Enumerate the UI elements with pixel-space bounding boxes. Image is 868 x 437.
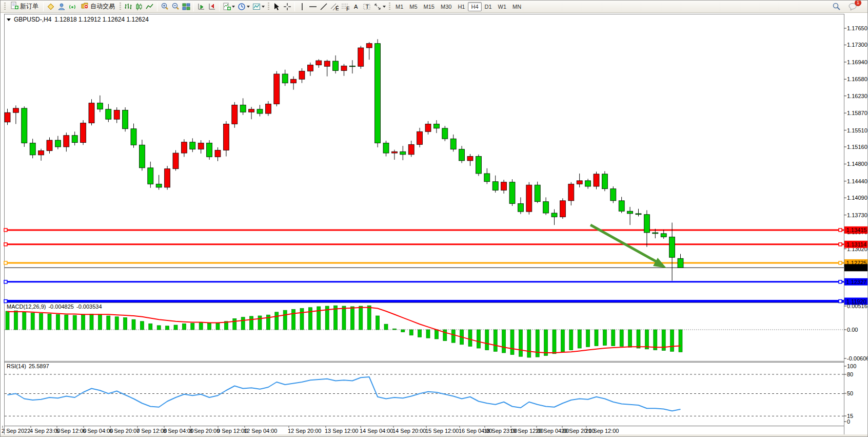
macd-histogram-bar <box>561 330 564 352</box>
hline-handle[interactable] <box>4 280 7 283</box>
macd-histogram-bar <box>569 330 573 350</box>
rsi-axis-label: 0 <box>847 419 850 425</box>
macd-signal-value: -0.003534 <box>76 303 102 310</box>
time-label: 7 Sep 12:00 <box>136 428 167 434</box>
macd-histogram-bar <box>149 324 152 330</box>
macd-histogram-bar <box>384 324 388 330</box>
candle-body <box>106 109 111 119</box>
macd-histogram-bar <box>6 311 9 330</box>
price-tick-label: 1.16580 <box>847 76 867 82</box>
macd-histogram-bar <box>124 318 127 330</box>
macd-histogram-bar <box>409 330 413 335</box>
macd-histogram-bar <box>107 316 110 330</box>
macd-histogram-bar <box>140 321 144 330</box>
macd-histogram-bar <box>670 330 674 351</box>
candle-body <box>55 140 61 147</box>
candle-body <box>492 182 498 191</box>
macd-histogram-bar <box>23 312 26 330</box>
macd-histogram-bar <box>292 309 295 330</box>
rsi-line <box>8 377 681 411</box>
candle-body <box>610 189 616 201</box>
candle-body <box>131 129 136 145</box>
candle-body <box>518 203 523 212</box>
macd-histogram-bar <box>250 316 253 330</box>
candle-body <box>358 48 364 66</box>
macd-histogram-bar <box>174 325 177 330</box>
time-label: 6 Sep 04:00 <box>83 428 113 434</box>
candle-body <box>619 201 624 211</box>
candle-body <box>81 123 86 143</box>
candle-body <box>433 124 439 128</box>
candle-body <box>198 143 204 149</box>
macd-histogram-bar <box>468 330 472 346</box>
candle-body <box>13 108 18 112</box>
candle-body <box>282 74 288 83</box>
macd-histogram-bar <box>477 330 480 348</box>
candle-body <box>249 109 254 112</box>
macd-histogram-bar <box>451 330 455 343</box>
hline-handle[interactable] <box>839 261 842 264</box>
candle-body <box>391 151 397 153</box>
candle-body <box>5 112 10 122</box>
price-tick-label: 1.14090 <box>847 195 867 201</box>
macd-histogram-bar <box>519 330 522 356</box>
time-label: 6 Sep 20:00 <box>109 428 140 434</box>
hline-handle[interactable] <box>4 243 7 246</box>
macd-histogram-bar <box>620 330 623 346</box>
price-tick-label: 1.14800 <box>847 161 867 167</box>
price-badge-label: 1.12327 <box>846 279 867 285</box>
candle-body <box>114 110 120 120</box>
hline-handle[interactable] <box>839 243 842 246</box>
candle-body <box>501 182 507 191</box>
macd-histogram-bar <box>73 315 76 330</box>
hline-handle[interactable] <box>839 280 842 283</box>
macd-histogram-bar <box>14 311 17 330</box>
candle-body <box>526 185 532 212</box>
hline-handle[interactable] <box>839 229 842 232</box>
chart-border <box>5 14 844 435</box>
macd-histogram-bar <box>392 329 396 330</box>
macd-histogram-bar <box>182 324 186 330</box>
status-strip <box>1 434 867 436</box>
candle-body <box>181 142 187 153</box>
candle-body <box>568 184 574 200</box>
candle-body <box>156 184 162 187</box>
candle-body <box>636 214 641 215</box>
macd-histogram-bar <box>645 330 648 349</box>
macd-histogram-bar <box>578 330 581 348</box>
price-tick-label: 1.15510 <box>847 127 867 134</box>
trading-terminal-window: 新订单 自动交易 E F A T <box>0 0 868 437</box>
chart-canvas[interactable]: 1.176501.173001.169401.165801.162301.158… <box>1 1 868 437</box>
macd-histogram-bar <box>359 306 363 330</box>
hline-handle[interactable] <box>839 300 842 303</box>
candle-body <box>408 144 414 154</box>
candle-body <box>316 61 322 65</box>
candle-body <box>425 124 431 131</box>
macd-histogram-bar <box>611 330 615 346</box>
candle-body <box>123 110 128 129</box>
macd-histogram-bar <box>342 306 346 330</box>
macd-histogram-bar <box>56 314 60 330</box>
macd-histogram-bar <box>367 306 371 330</box>
candle-body <box>64 136 69 147</box>
macd-histogram-bar <box>48 314 51 330</box>
candle-body <box>165 169 170 187</box>
price-badge-label: 1.13114 <box>846 241 866 248</box>
candle-body <box>459 149 465 161</box>
macd-histogram-bar <box>90 314 93 330</box>
candle-body <box>30 143 35 155</box>
hline-handle[interactable] <box>4 261 7 264</box>
candle-body <box>417 131 423 144</box>
macd-pane: 0.0051660.00-0.006064 <box>5 303 868 362</box>
candle-body <box>72 136 77 143</box>
hline-handle[interactable] <box>4 229 7 232</box>
hline-handle[interactable] <box>4 300 7 303</box>
candle-body <box>299 71 305 79</box>
candle-body <box>257 109 263 113</box>
candle-body <box>190 142 195 149</box>
price-badge-label: 1.12624 <box>846 264 867 271</box>
symbol-dropdown-icon[interactable] <box>7 18 11 21</box>
macd-histogram-bar <box>216 323 220 330</box>
candle-body <box>307 65 313 71</box>
candle-body <box>341 66 347 70</box>
